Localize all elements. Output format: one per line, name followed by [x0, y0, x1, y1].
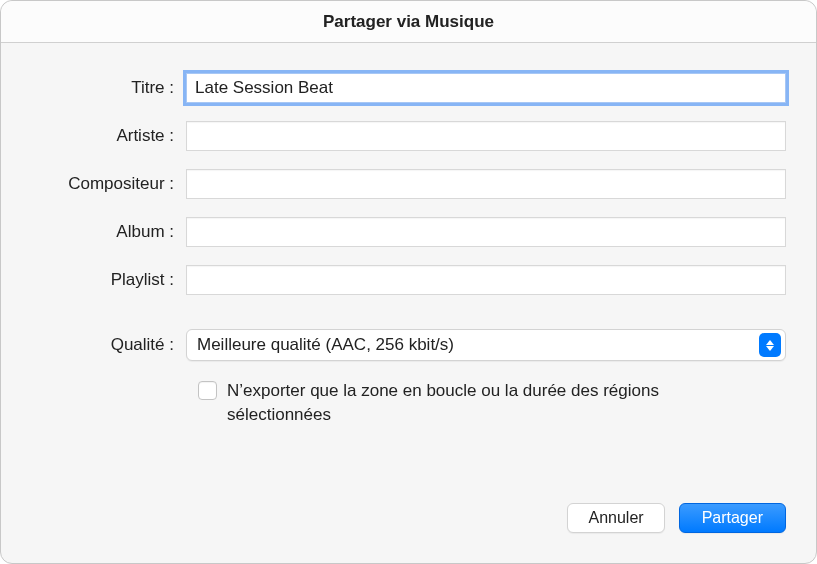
- artist-input[interactable]: [186, 121, 786, 151]
- title-input[interactable]: [186, 73, 786, 103]
- row-quality: Qualité : Meilleure qualité (AAC, 256 kb…: [31, 329, 786, 361]
- export-checkbox-label: N’exporter que la zone en boucle ou la d…: [227, 379, 767, 427]
- quality-select[interactable]: Meilleure qualité (AAC, 256 kbit/s): [186, 329, 786, 361]
- row-export-checkbox: N’exporter que la zone en boucle ou la d…: [31, 379, 786, 427]
- quality-value: Meilleure qualité (AAC, 256 kbit/s): [197, 335, 759, 355]
- playlist-label: Playlist :: [31, 270, 186, 290]
- cancel-button[interactable]: Annuler: [567, 503, 664, 533]
- title-label: Titre :: [31, 78, 186, 98]
- quality-label: Qualité :: [31, 335, 186, 355]
- dialog-window: Partager via Musique Titre : Artiste : C…: [0, 0, 817, 564]
- row-title: Titre :: [31, 73, 786, 103]
- export-checkbox[interactable]: [198, 381, 217, 400]
- playlist-input[interactable]: [186, 265, 786, 295]
- row-album: Album :: [31, 217, 786, 247]
- artist-label: Artiste :: [31, 126, 186, 146]
- composer-input[interactable]: [186, 169, 786, 199]
- composer-label: Compositeur :: [31, 174, 186, 194]
- album-label: Album :: [31, 222, 186, 242]
- footer: Annuler Partager: [1, 503, 816, 563]
- updown-icon: [759, 333, 781, 357]
- share-button[interactable]: Partager: [679, 503, 786, 533]
- row-playlist: Playlist :: [31, 265, 786, 295]
- row-composer: Compositeur :: [31, 169, 786, 199]
- album-input[interactable]: [186, 217, 786, 247]
- row-artist: Artiste :: [31, 121, 786, 151]
- window-title: Partager via Musique: [323, 12, 494, 32]
- titlebar: Partager via Musique: [1, 1, 816, 43]
- content-area: Titre : Artiste : Compositeur : Album : …: [1, 43, 816, 503]
